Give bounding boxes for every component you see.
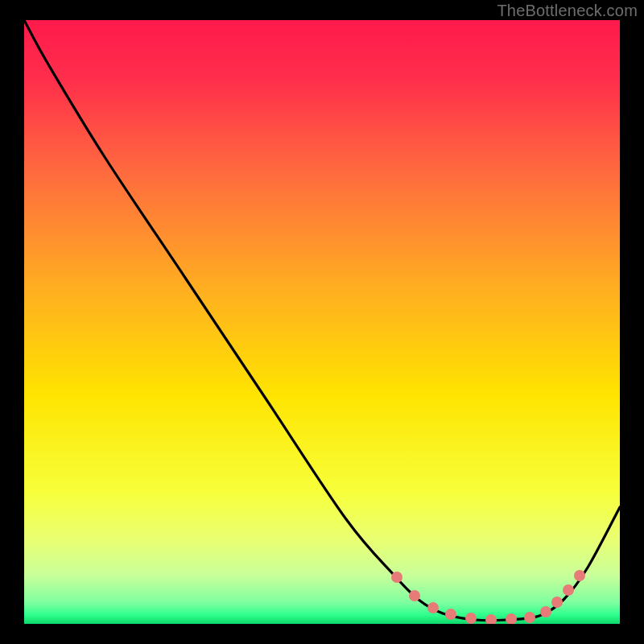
curve-marker <box>465 613 477 624</box>
bottleneck-curve <box>24 20 620 621</box>
curve-layer <box>24 20 620 624</box>
curve-markers <box>391 570 585 624</box>
curve-marker <box>391 572 402 583</box>
curve-marker <box>445 609 456 620</box>
curve-marker <box>427 602 439 613</box>
chart-panel <box>24 20 620 624</box>
chart-stage: TheBottleneck.com <box>0 0 644 644</box>
curve-marker <box>409 590 420 601</box>
curve-marker <box>485 614 497 624</box>
curve-marker <box>524 612 535 623</box>
attribution-label: TheBottleneck.com <box>497 2 638 20</box>
curve-marker <box>551 597 563 608</box>
curve-marker <box>563 584 574 596</box>
curve-marker <box>540 606 551 617</box>
curve-marker <box>574 570 585 581</box>
curve-marker <box>506 613 517 624</box>
